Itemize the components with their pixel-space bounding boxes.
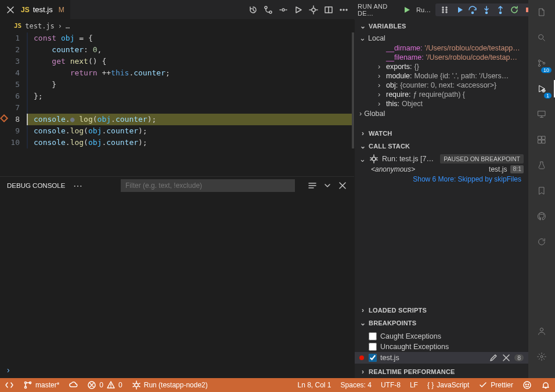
code-line[interactable]: 1const obj = {	[8, 32, 354, 44]
code-line[interactable]: 4 return ++this.counter;	[8, 67, 354, 79]
cursor-position[interactable]: Ln 8, Col 1	[293, 378, 336, 392]
breakpoint-file-testjs[interactable]: test.js 8	[355, 352, 528, 364]
remote-indicator[interactable]	[0, 378, 19, 392]
problems[interactable]: 0 0	[82, 378, 127, 392]
variable-row[interactable]: __filename: '/Users/roblou/code/testap…	[359, 53, 524, 62]
restart-icon[interactable]	[510, 5, 519, 14]
callstack-thread[interactable]: ⌄ Run: test.js [7… PAUSED ON BREAKPOINT	[359, 154, 524, 164]
svg-point-33	[540, 355, 543, 358]
code-line[interactable]: 6};	[8, 90, 354, 102]
drag-handle-icon[interactable]	[440, 5, 449, 14]
start-debug-icon[interactable]	[402, 5, 412, 14]
close-panel-icon[interactable]	[338, 181, 347, 190]
variable-value: ƒ require(path) {	[413, 90, 465, 99]
variable-row[interactable]: ›exports: {}	[359, 62, 524, 71]
debug-console-prompt[interactable]: ›	[7, 365, 10, 375]
variables-section[interactable]: ⌄ VARIABLES	[355, 20, 528, 32]
debug-badge: 1	[544, 93, 552, 99]
git-branch[interactable]: master*	[19, 378, 64, 392]
code-line[interactable]: 7	[8, 102, 354, 114]
settings-gear-icon[interactable]	[534, 349, 549, 364]
eol-status[interactable]: LF	[405, 378, 423, 392]
debug-console-body[interactable]: ›	[0, 194, 354, 378]
search-icon[interactable]	[534, 30, 549, 45]
step-over-icon[interactable]	[468, 5, 477, 14]
continue-icon[interactable]	[454, 5, 463, 14]
variable-row[interactable]: ›require: ƒ require(path) {	[359, 90, 524, 99]
cloud-sync[interactable]	[64, 378, 82, 392]
testing-icon[interactable]	[534, 158, 549, 173]
close-icon[interactable]	[502, 353, 511, 362]
breadcrumb[interactable]: JS test.js › …	[8, 20, 354, 32]
breakpoints-section[interactable]: ⌄ BREAKPOINTS	[355, 317, 528, 329]
show-more-frames-link[interactable]: Show 6 More: Skipped by skipFiles	[359, 174, 524, 184]
sync-icon[interactable]	[534, 234, 549, 249]
indent-status[interactable]: Spaces: 4	[336, 378, 376, 392]
realtime-performance-section[interactable]: › REALTIME PERFORMANCE	[355, 365, 528, 378]
breakpoint-caught-exceptions[interactable]: Caught Exceptions	[359, 331, 524, 342]
run-config-label[interactable]: Ru…	[416, 6, 431, 13]
breakpoint-uncaught-exceptions[interactable]: Uncaught Exceptions	[359, 342, 524, 352]
variable-row[interactable]: ›this: Object	[359, 99, 524, 108]
debug-status[interactable]: Run (testapp-node2)	[127, 378, 212, 392]
code-line[interactable]: 10console.log(obj.counter);	[8, 137, 354, 148]
run-file-icon[interactable]	[294, 5, 303, 14]
notifications-icon[interactable]	[536, 378, 555, 392]
word-wrap-icon[interactable]	[308, 181, 317, 190]
debug-console-filter[interactable]	[121, 179, 295, 192]
loaded-scripts-section[interactable]: › LOADED SCRIPTS	[355, 304, 528, 317]
step-into-icon[interactable]	[482, 5, 491, 14]
tab-filename: test.js	[33, 5, 53, 14]
github-icon[interactable]	[534, 209, 549, 224]
prettier-status[interactable]: Prettier	[474, 378, 518, 392]
panel-overflow-icon[interactable]: ⋯	[73, 180, 82, 191]
checkbox[interactable]	[369, 332, 377, 340]
explorer-icon[interactable]	[534, 5, 549, 20]
close-icon[interactable]	[6, 5, 15, 14]
accounts-icon[interactable]	[534, 324, 549, 339]
split-editor-icon[interactable]	[324, 5, 333, 14]
panel-tab-debug-console[interactable]: DEBUG CONSOLE	[7, 182, 65, 189]
editor-tab-testjs[interactable]: JS test.js M	[0, 0, 70, 19]
callstack-frame[interactable]: <anonymous> test.js 8:1	[359, 164, 524, 174]
code-editor[interactable]: JS test.js › … 1const obj = {2 counter: …	[8, 20, 354, 176]
variable-value: '/Users/roblou/code/testap…	[426, 53, 517, 61]
svg-point-22	[539, 35, 543, 39]
code-line[interactable]: 8console.● log(obj.counter);	[8, 114, 354, 125]
variable-row[interactable]: ›obj: {counter: 0, next: <accessor>}	[359, 81, 524, 90]
variable-row[interactable]: ›module: Module {id: '.', path: '/Users…	[359, 71, 524, 81]
language-status[interactable]: { }JavaScript	[423, 378, 474, 392]
history-icon[interactable]	[248, 5, 258, 14]
more-icon[interactable]	[339, 5, 348, 14]
code-line[interactable]: 5 }	[8, 79, 354, 90]
bottom-panel: DEBUG CONSOLE ⋯ ›	[0, 176, 354, 378]
variable-row[interactable]: __dirname: '/Users/roblou/code/testapp…	[359, 43, 524, 53]
svg-point-5	[340, 9, 341, 10]
breadcrumb-file: test.js	[25, 20, 55, 32]
debug-header: RUN AND DE… Ru…	[354, 0, 555, 20]
breakpoint-marker[interactable]	[0, 114, 8, 122]
spacer	[378, 44, 384, 52]
feedback-icon[interactable]	[518, 378, 536, 392]
watch-section[interactable]: › WATCH	[355, 127, 528, 140]
checkbox[interactable]	[369, 343, 377, 351]
code-line[interactable]: 9console.log(obj.counter);	[8, 125, 354, 137]
checkbox[interactable]	[369, 354, 377, 362]
run-and-debug-icon[interactable]: 1	[534, 81, 549, 96]
revert-icon[interactable]	[279, 5, 288, 14]
encoding-status[interactable]: UTF-8	[376, 378, 405, 392]
bookmark-icon[interactable]	[534, 183, 549, 198]
scope-local[interactable]: ⌄ Local	[359, 32, 524, 43]
compare-icon[interactable]	[264, 5, 273, 14]
chevron-down-icon[interactable]	[323, 181, 332, 190]
scope-global[interactable]: › Global	[359, 108, 524, 119]
code-line[interactable]: 2 counter: 0,	[8, 44, 354, 56]
step-out-icon[interactable]	[496, 5, 505, 14]
extensions-icon[interactable]	[534, 132, 549, 147]
source-control-icon[interactable]: 10	[534, 56, 549, 71]
code-line[interactable]: 3 get next() {	[8, 56, 354, 67]
edit-icon[interactable]	[489, 353, 498, 362]
remote-explorer-icon[interactable]	[534, 107, 549, 122]
callstack-section[interactable]: ⌄ CALL STACK	[355, 140, 528, 153]
debug-file-icon[interactable]	[309, 5, 318, 14]
